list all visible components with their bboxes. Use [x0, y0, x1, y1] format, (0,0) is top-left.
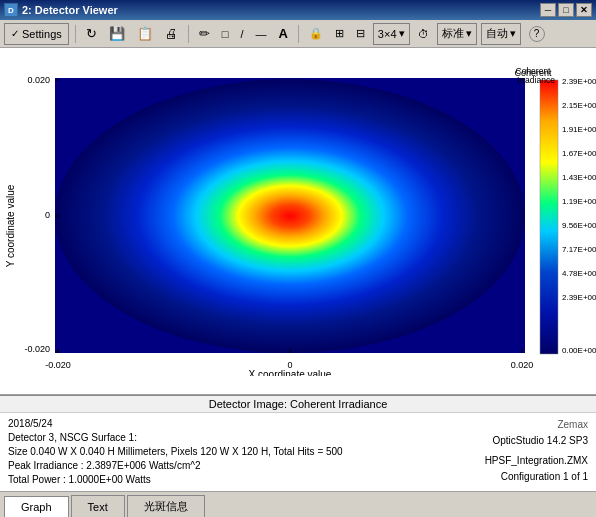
- auto-chevron: ▾: [510, 27, 516, 40]
- clone-button[interactable]: ⊟: [352, 23, 369, 45]
- separator-3: [298, 25, 299, 43]
- toolbar: ✓ Settings ↻ 💾 📋 🖨 ✏ □ / — A 🔒 ⊞: [0, 20, 596, 48]
- svg-text:Irradiance: Irradiance: [517, 75, 555, 85]
- y-tick-max: 0.020: [27, 75, 50, 85]
- refresh-button[interactable]: ↻: [82, 23, 101, 45]
- cb-val-0: 2.39E+006: [562, 77, 596, 86]
- help-button[interactable]: ?: [525, 23, 549, 45]
- save-button[interactable]: 💾: [105, 23, 129, 45]
- info-header-text: Detector Image: Coherent Irradiance: [209, 398, 388, 410]
- info-brand: Zemax: [485, 417, 588, 433]
- plot-svg: Y coordinate value: [0, 66, 596, 376]
- info-line4: Total Power : 1.0000E+00 Watts: [8, 473, 485, 487]
- cb-val-10: 0.00E+000: [562, 346, 596, 355]
- refresh-icon: ↻: [86, 26, 97, 41]
- cb-val-3: 1.67E+006: [562, 149, 596, 158]
- timer-icon: ⏱: [418, 28, 429, 40]
- text-tool-icon: A: [278, 26, 287, 41]
- cb-val-4: 1.43E+006: [562, 173, 596, 182]
- cb-val-5: 1.19E+006: [562, 197, 596, 206]
- svg-rect-9: [540, 80, 558, 354]
- standard-chevron: ▾: [466, 27, 472, 40]
- grid-icon: ⊞: [335, 27, 344, 40]
- x-tick-min: -0.020: [45, 360, 71, 370]
- auto-label: 自动: [486, 26, 508, 41]
- checkmark-icon: ✓: [11, 28, 19, 39]
- title-bar: D 2: Detector Viewer ─ □ ✕: [0, 0, 596, 20]
- x-tick-max: 0.020: [511, 360, 534, 370]
- clone-icon: ⊟: [356, 27, 365, 40]
- info-right: Zemax OpticStudio 14.2 SP3 HPSF_Integrat…: [485, 417, 588, 487]
- tab-bar: Graph Text 光斑信息: [0, 491, 596, 517]
- line-icon: /: [240, 28, 243, 40]
- window-title: 2: Detector Viewer: [22, 4, 118, 16]
- line-button[interactable]: /: [236, 23, 247, 45]
- tab-spot-info[interactable]: 光斑信息: [127, 495, 205, 517]
- minimize-button[interactable]: ─: [540, 3, 556, 17]
- tab-text-label: Text: [88, 501, 108, 513]
- text-tool-button[interactable]: A: [274, 23, 291, 45]
- info-line3: Peak Irradiance : 2.3897E+006 Watts/cm^2: [8, 459, 485, 473]
- y-tick-mid: 0: [45, 210, 50, 220]
- dash-button[interactable]: —: [251, 23, 270, 45]
- info-left: 2018/5/24 Detector 3, NSCG Surface 1: Si…: [8, 417, 485, 487]
- info-line2: Size 0.040 W X 0.040 H Millimeters, Pixe…: [8, 445, 485, 459]
- cb-val-8: 4.78E+005: [562, 269, 596, 278]
- info-header: Detector Image: Coherent Irradiance: [0, 396, 596, 413]
- pencil-button[interactable]: ✏: [195, 23, 214, 45]
- save-icon: 💾: [109, 26, 125, 41]
- cb-val-2: 1.91E+006: [562, 125, 596, 134]
- y-axis-label: Y coordinate value: [5, 184, 16, 267]
- separator-2: [188, 25, 189, 43]
- cb-val-9: 2.39E+005: [562, 293, 596, 302]
- main-content: Y coordinate value: [0, 48, 596, 517]
- cb-val-1: 2.15E+006: [562, 101, 596, 110]
- window-icon: D: [4, 3, 18, 17]
- copy-button[interactable]: 📋: [133, 23, 157, 45]
- plot-area: Y coordinate value: [0, 48, 596, 395]
- dash-icon: —: [255, 28, 266, 40]
- info-line1: Detector 3, NSCG Surface 1:: [8, 431, 485, 445]
- standard-label: 标准: [442, 26, 464, 41]
- rect-icon: □: [222, 28, 229, 40]
- pencil-icon: ✏: [199, 26, 210, 41]
- info-software: OpticStudio 14.2 SP3: [485, 433, 588, 449]
- rect-button[interactable]: □: [218, 23, 233, 45]
- grid-size-chevron: ▾: [399, 27, 405, 40]
- grid-size-dropdown[interactable]: 3×4 ▾: [373, 23, 410, 45]
- grid-button[interactable]: ⊞: [331, 23, 348, 45]
- settings-button[interactable]: ✓ Settings: [4, 23, 69, 45]
- tab-graph[interactable]: Graph: [4, 496, 69, 517]
- y-tick-min: -0.020: [24, 344, 50, 354]
- svg-point-2: [55, 79, 525, 353]
- maximize-button[interactable]: □: [558, 3, 574, 17]
- help-icon: ?: [529, 26, 545, 42]
- close-button[interactable]: ✕: [576, 3, 592, 17]
- separator-1: [75, 25, 76, 43]
- standard-dropdown[interactable]: 标准 ▾: [437, 23, 477, 45]
- grid-size-label: 3×4: [378, 28, 397, 40]
- print-icon: 🖨: [165, 26, 178, 41]
- lock-icon: 🔒: [309, 27, 323, 40]
- timer-button[interactable]: ⏱: [414, 23, 433, 45]
- x-axis-label: X coordinate value: [249, 369, 332, 376]
- info-config: Configuration 1 of 1: [485, 469, 588, 485]
- cb-val-7: 7.17E+005: [562, 245, 596, 254]
- lock-button[interactable]: 🔒: [305, 23, 327, 45]
- settings-label: Settings: [22, 28, 62, 40]
- tab-text[interactable]: Text: [71, 495, 125, 517]
- info-body: 2018/5/24 Detector 3, NSCG Surface 1: Si…: [0, 413, 596, 491]
- info-date: 2018/5/24: [8, 417, 485, 431]
- cb-val-6: 9.56E+005: [562, 221, 596, 230]
- info-panel: Detector Image: Coherent Irradiance 2018…: [0, 395, 596, 491]
- auto-dropdown[interactable]: 自动 ▾: [481, 23, 521, 45]
- tab-spot-info-label: 光斑信息: [144, 499, 188, 514]
- print-button[interactable]: 🖨: [161, 23, 182, 45]
- info-filename: HPSF_Integration.ZMX: [485, 453, 588, 469]
- tab-graph-label: Graph: [21, 501, 52, 513]
- copy-icon: 📋: [137, 26, 153, 41]
